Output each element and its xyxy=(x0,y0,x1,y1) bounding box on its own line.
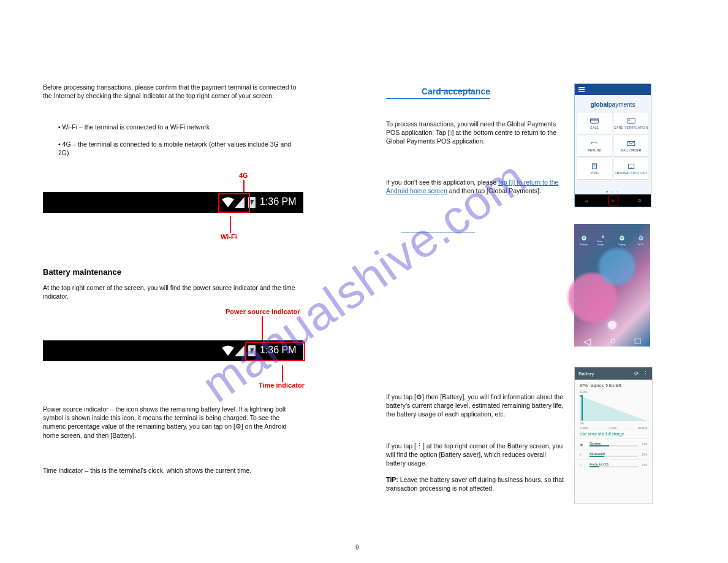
home-shortcut-display-label: Display xyxy=(618,243,626,246)
app-logo: globalpayments xyxy=(575,95,651,113)
nav-home-highlight[interactable]: ○ xyxy=(609,196,618,205)
p-card-acceptance-3: If you don't see this application, pleas… xyxy=(386,178,564,195)
row-screen-label: Screen xyxy=(590,442,601,445)
label-time: Time indicator xyxy=(259,381,305,389)
leader-4g xyxy=(243,180,245,192)
tile-void[interactable]: VOID xyxy=(577,158,612,179)
battery-note-1: If you tap [⚙] then [Battery], you will … xyxy=(386,393,564,419)
home-shortcut-display[interactable]: Display xyxy=(616,235,628,246)
row-bt-pct: 1% xyxy=(642,453,647,456)
tile-sale[interactable]: SALE xyxy=(577,113,612,134)
tile-mail-order[interactable]: MAIL ORDER xyxy=(614,136,649,156)
android-icon: ⍙ xyxy=(580,463,586,467)
svg-rect-1 xyxy=(591,119,599,120)
li-wifi: • Wi-Fi – the terminal is connected to a… xyxy=(58,123,303,131)
battery-note-3: TIP: Leave the battery saver off during … xyxy=(386,475,564,492)
home-shortcut-wifi[interactable]: Wi-Fi xyxy=(635,235,646,246)
battery-row-bluetooth[interactable]: ᚼ Bluetooth 1% xyxy=(575,449,652,459)
battery-note-2: If you tap [⋮] at the top right corner o… xyxy=(386,442,564,468)
p-power-indicator: Power source indicator – the icon shows … xyxy=(43,405,303,440)
logo-bold: global xyxy=(591,101,609,108)
hamburger-icon[interactable] xyxy=(578,87,585,92)
wifi-icon-2 xyxy=(222,345,234,356)
label-wifi: Wi-Fi xyxy=(221,233,237,240)
android-navbar-2: ◁ ○ □ xyxy=(574,335,650,347)
home-shortcut-data[interactable]: Data usage xyxy=(597,235,609,246)
svg-rect-3 xyxy=(628,120,631,120)
tile-mail-label: MAIL ORDER xyxy=(621,148,642,152)
svg-rect-5 xyxy=(593,163,597,168)
home-shortcut-data-label: Data usage xyxy=(597,240,609,246)
home-shortcut-wifi-label: Wi-Fi xyxy=(638,243,643,246)
li-wifi-text: Wi-Fi – the terminal is connected to a W… xyxy=(63,123,210,131)
nav-back-icon[interactable]: ◁ xyxy=(585,199,588,203)
home-shortcut-battery-label: Battery xyxy=(580,243,588,246)
nav-home-icon-2[interactable]: ○ xyxy=(610,335,616,347)
tile-refund-label: REFUND xyxy=(588,148,602,152)
heading-card-acceptance: Card acceptance xyxy=(386,86,490,98)
battery-row-os[interactable]: ⍙ Android OS 1% xyxy=(575,459,652,470)
nav-back-icon-2[interactable]: ◁ xyxy=(583,335,591,347)
tile-transaction-list[interactable]: TRANSACTION LIST xyxy=(614,158,649,179)
battery-graph: 97% - approx. 5 hrs left 100% 0% 5 PM 7 … xyxy=(575,380,652,429)
leader-time xyxy=(282,365,283,382)
phone-android-home: Battery Data usage Display Wi-Fi ◁ ○ □ xyxy=(574,224,650,347)
battery-header: Battery ⟳ ⋮ xyxy=(575,367,652,380)
logo-light: payments xyxy=(609,101,635,108)
nav-recents-icon-2[interactable]: □ xyxy=(635,335,641,347)
phone-battery-screen: Battery ⟳ ⋮ 97% - approx. 5 hrs left 100… xyxy=(574,367,653,504)
overflow-icon[interactable]: ⋮ xyxy=(643,370,648,377)
wallpaper-blob-2 xyxy=(599,248,635,285)
heading-rule-top xyxy=(436,90,473,91)
app-topbar xyxy=(575,84,651,95)
page-number: 9 xyxy=(355,544,359,551)
android-navbar: ◁ ○ □ xyxy=(575,194,651,207)
page-dots: ● ○ ○ xyxy=(575,190,651,193)
tile-void-label: VOID xyxy=(591,171,599,175)
tip-text: Leave the battery saver off during busin… xyxy=(386,476,564,492)
x3: 10 PM xyxy=(637,426,647,430)
bluetooth-icon: ᚼ xyxy=(580,453,586,456)
li-4g-text: 4G – the terminal is connected to a mobi… xyxy=(58,140,291,156)
screen-icon: ▣ xyxy=(580,442,586,446)
svg-rect-2 xyxy=(627,118,635,123)
p3-lead: If you don't see this application, pleas… xyxy=(386,178,496,186)
battery-row-screen[interactable]: ▣ Screen 1% xyxy=(575,439,652,449)
tile-cardv-label: CARD VERIFICATION xyxy=(614,126,648,129)
battery-section: Use since last full charge xyxy=(575,429,652,439)
rule-mid xyxy=(401,232,475,232)
tile-card-verification[interactable]: CARD VERIFICATION xyxy=(614,113,649,134)
redbox-wifi-4g xyxy=(218,193,250,213)
row-screen-pct: 1% xyxy=(642,442,647,446)
p-battery-1: At the top right corner of the screen, y… xyxy=(43,283,303,301)
p3b: and then tap [Global Payments]. xyxy=(449,187,541,194)
nav-home-icon: ○ xyxy=(612,199,615,202)
leader-power xyxy=(262,316,263,340)
nav-recents-icon[interactable]: □ xyxy=(639,199,641,202)
label-4g: 4G xyxy=(239,172,248,179)
refresh-icon[interactable]: ⟳ xyxy=(634,370,639,377)
cell-signal-icon-2 xyxy=(235,345,245,356)
home-shortcut-battery[interactable]: Battery xyxy=(578,235,590,246)
status-bar-screenshot-1: 1:36 PM xyxy=(43,192,303,213)
li-4g: • 4G – the terminal is connected to a mo… xyxy=(58,140,303,157)
svg-marker-8 xyxy=(580,396,647,421)
svg-rect-7 xyxy=(631,167,632,168)
home-shortcut-row: Battery Data usage Display Wi-Fi xyxy=(574,235,650,246)
row-os-label: Android OS xyxy=(590,462,609,466)
label-power: Power source indicator xyxy=(226,308,300,315)
intro-paragraph: Before processing transactions, please c… xyxy=(43,83,303,100)
home-app-drawer-icon[interactable] xyxy=(608,321,616,329)
heading-battery-maintenance: Battery maintenance xyxy=(43,267,121,278)
x2: 7 PM xyxy=(609,426,616,430)
tile-refund[interactable]: REFUND xyxy=(577,136,612,156)
tile-txn-label: TRANSACTION LIST xyxy=(615,171,647,175)
bolt-icon xyxy=(249,200,254,205)
status-time: 1:36 PM xyxy=(260,196,297,207)
gear-icon: [⚙] xyxy=(233,423,243,430)
battery-sub: 97% - approx. 5 hrs left xyxy=(580,383,647,388)
status-bar-screenshot-2: 1:36 PM xyxy=(43,340,303,361)
leader-wifi xyxy=(230,216,231,233)
heading-rule xyxy=(386,98,490,99)
tile-sale-label: SALE xyxy=(590,126,599,129)
